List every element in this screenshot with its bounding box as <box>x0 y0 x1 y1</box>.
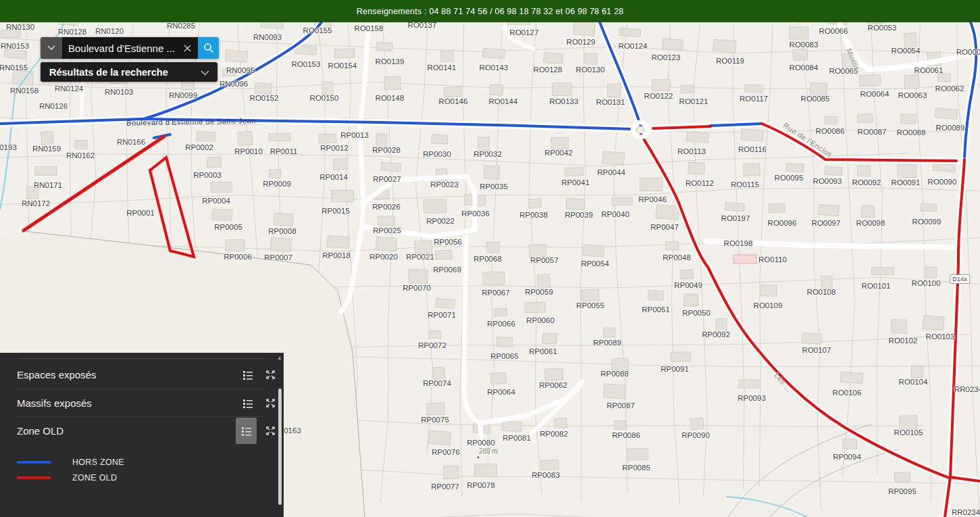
layer-row-espaces-exposes[interactable]: Espaces exposés <box>0 361 284 389</box>
info-banner-text: Renseignements : 04 88 71 74 56 / 06 98 … <box>357 7 623 16</box>
info-banner: Renseignements : 04 88 71 74 56 / 06 98 … <box>0 0 980 22</box>
chevron-down-icon[interactable] <box>201 66 217 78</box>
search-input[interactable] <box>62 37 178 59</box>
legend-list-icon[interactable] <box>239 395 257 412</box>
zoom-extent-icon[interactable] <box>261 366 279 384</box>
zoom-extent-icon[interactable] <box>261 395 279 412</box>
search-input-wrap <box>62 37 198 59</box>
close-icon <box>184 45 191 52</box>
legend-entry-hors-zone: HORS ZONE <box>17 458 124 467</box>
search-source-button[interactable] <box>41 37 62 59</box>
clear-search-button[interactable] <box>178 37 196 59</box>
zone-old-swatch <box>17 476 51 479</box>
chevron-down-icon <box>47 45 55 51</box>
legend-scrollbar[interactable] <box>278 389 282 505</box>
legend-entry-zone-old: ZONE OLD <box>17 473 117 483</box>
legend-entry-label: ZONE OLD <box>51 473 117 483</box>
scroll-up-icon[interactable]: ▲ <box>277 355 282 361</box>
highlighted-building <box>733 255 756 264</box>
hors-zone-swatch <box>17 461 51 464</box>
cul-de-sac <box>477 441 486 451</box>
search-button[interactable] <box>198 37 219 59</box>
search-widget <box>41 37 219 59</box>
layer-row-massifs-exposes[interactable]: Massifs exposés <box>0 389 284 417</box>
legend-list-icon-active[interactable] <box>236 418 257 444</box>
search-icon <box>203 43 214 53</box>
search-results-title: Résultats de la recherche <box>41 67 201 78</box>
legend-list-icon[interactable] <box>239 366 257 384</box>
search-results-panel[interactable]: Résultats de la recherche <box>41 62 217 82</box>
divider <box>17 358 265 359</box>
zoom-extent-icon[interactable] <box>261 422 279 440</box>
layer-label: Massifs exposés <box>0 397 239 409</box>
layer-label: Zone OLD <box>0 425 236 437</box>
legend-entry-label: HORS ZONE <box>51 458 124 467</box>
layer-legend-panel: Espaces exposés Massifs exposés Zone OLD… <box>0 353 284 517</box>
layer-label: Espaces exposés <box>0 369 239 380</box>
map-application: RN0130RN0128RN0120RN0285RN0093RN0153RN01… <box>0 0 980 517</box>
layer-row-zone-old[interactable]: Zone OLD <box>0 417 284 445</box>
